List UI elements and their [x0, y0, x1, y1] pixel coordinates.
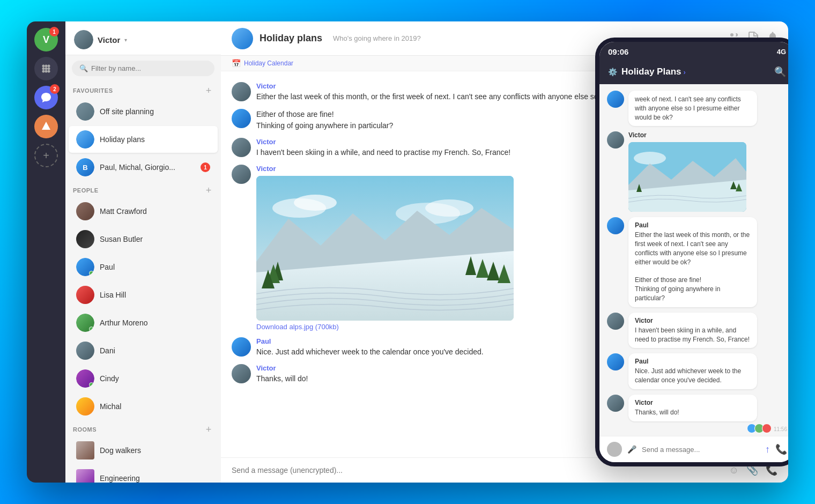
mobile-msg-text: I haven't been skiing in a while, and ne… — [635, 326, 751, 344]
sidebar-item-dogwalkers[interactable]: Dog walkers — [69, 437, 218, 464]
mobile-victor-avatar — [607, 131, 624, 149]
dogwalkers-avatar — [76, 441, 94, 459]
sidebar-item-matt[interactable]: Matt Crawford — [69, 198, 218, 225]
dani-name: Dani — [100, 346, 210, 355]
mobile-bubble: Victor Thanks, will do! — [628, 395, 757, 421]
svg-point-0 — [42, 65, 45, 68]
people-label: PEOPLE — [73, 187, 99, 194]
paul-group-badge: 1 — [201, 162, 210, 172]
mobile-messages: week of next. I can't see any conflicts … — [599, 84, 788, 436]
mobile-ski-image — [628, 142, 746, 212]
calendar-icon: 📅 — [232, 59, 241, 68]
sidebar-item-engineering[interactable]: Engineering — [69, 465, 218, 483]
add-room-button[interactable]: + — [204, 425, 213, 434]
mobile-victor-avatar3 — [607, 395, 624, 412]
michal-name: Michal — [100, 402, 210, 411]
mobile-mic-icon[interactable]: 🎤 — [627, 445, 636, 454]
grid-icon[interactable] — [34, 57, 58, 80]
mobile-message-input[interactable] — [642, 446, 760, 454]
mobile-message-row: Paul Either the last week of this month,… — [607, 217, 787, 307]
cindy-name: Cindy — [100, 374, 210, 383]
calendar-label: Holiday Calendar — [244, 60, 293, 67]
sidebar-item-cindy[interactable]: Cindy — [69, 365, 218, 392]
engineering-avatar — [76, 469, 94, 483]
paul-avatar — [76, 258, 94, 276]
svg-point-6 — [42, 70, 45, 73]
mobile-send-icon[interactable]: ↑ — [765, 444, 770, 455]
mobile-back-icon[interactable]: ⚙️ — [608, 68, 617, 76]
paul-group-avatar: B — [76, 158, 94, 176]
paul-avatar-msg2 — [232, 337, 251, 357]
sidebar-item-susan[interactable]: Susan Butler — [69, 226, 218, 253]
mobile-sender: Paul — [635, 221, 751, 229]
favourites-section-header: FAVOURITES + — [65, 81, 221, 98]
mobile-input-area: 🎤 ↑ 📞 — [599, 436, 788, 462]
arthur-name: Arthur Moreno — [100, 318, 210, 327]
paul-avatar-msg — [232, 109, 251, 128]
mobile-msg-text: week of next. I can't see any conflicts … — [635, 95, 751, 122]
sidebar-item-paul[interactable]: Paul — [69, 254, 218, 280]
susan-avatar — [76, 230, 94, 248]
chat-title: Holiday plans — [260, 33, 322, 44]
mobile-call-icon[interactable]: 📞 — [775, 443, 787, 455]
sidebar-item-holiday[interactable]: Holiday plans — [69, 126, 218, 153]
sidebar-item-lisa[interactable]: Lisa Hill — [69, 281, 218, 308]
cindy-avatar — [76, 369, 94, 388]
svg-point-14 — [425, 199, 473, 217]
sidebar-item-offsite[interactable]: Off site planning — [69, 98, 218, 125]
holiday-avatar — [76, 130, 94, 149]
rooms-section-header: ROOMS + — [65, 420, 221, 436]
sidebar-username[interactable]: Victor — [98, 35, 120, 45]
message-input[interactable] — [232, 466, 722, 475]
mobile-status-bar: 09:06 4G — [599, 42, 788, 62]
search-box[interactable]: 🔍 — [72, 61, 214, 76]
mobile-chat-title: Holiday Plans › — [621, 66, 686, 77]
sidebar-item-paul-group[interactable]: B Paul, Michal, Giorgio... 1 — [69, 154, 218, 181]
search-input[interactable] — [91, 64, 207, 72]
lisa-name: Lisa Hill — [100, 291, 210, 299]
chat-icon[interactable]: 2 — [34, 86, 58, 109]
victor-avatar-msg2 — [232, 138, 251, 157]
holiday-name: Holiday plans — [100, 135, 210, 144]
add-workspace-button[interactable]: + — [34, 144, 58, 167]
svg-point-8 — [48, 70, 50, 73]
mobile-sender: Victor — [628, 131, 746, 139]
victor-avatar-msg3 — [232, 165, 251, 184]
paul-name: Paul — [100, 263, 210, 271]
mobile-message-row: Victor — [607, 131, 787, 212]
svg-point-4 — [45, 68, 48, 70]
mobile-msg-text: Either the last week of this month, or t… — [635, 231, 751, 302]
sidebar-item-arthur[interactable]: Arthur Moreno — [69, 309, 218, 336]
arthur-avatar — [76, 314, 94, 332]
mobile-img-container: Victor — [628, 131, 746, 212]
mobile-bubble: Paul Nice. Just add whichever week to th… — [628, 353, 757, 389]
sidebar-item-michal[interactable]: Michal — [69, 393, 218, 420]
mobile-chat-header: ⚙️ Holiday Plans › 🔍 — [599, 62, 788, 84]
svg-point-7 — [45, 70, 48, 73]
add-favourite-button[interactable]: + — [204, 86, 213, 95]
mobile-msg-text: Nice. Just add whichever week to the cal… — [635, 367, 751, 385]
sidebar-item-dani[interactable]: Dani — [69, 337, 218, 364]
svg-point-1 — [45, 65, 48, 68]
susan-name: Susan Butler — [100, 235, 210, 243]
dani-avatar — [76, 342, 94, 360]
mobile-time: 09:06 — [608, 47, 628, 56]
dogwalkers-name: Dog walkers — [100, 446, 210, 455]
svg-point-5 — [48, 68, 50, 70]
mobile-bubble: week of next. I can't see any conflicts … — [628, 91, 757, 126]
sidebar-dark: V 1 2 — [27, 21, 65, 483]
user-avatar-main[interactable]: V 1 — [34, 28, 58, 51]
app-icon[interactable] — [34, 115, 58, 138]
add-person-button[interactable]: + — [204, 186, 213, 195]
victor-avatar — [232, 82, 251, 101]
mobile-search-icon[interactable]: 🔍 — [774, 66, 786, 78]
sidebar-list: Victor ▾ 🔍 FAVOURITES + Off site plannin… — [65, 21, 221, 483]
svg-point-12 — [294, 195, 337, 211]
ski-image — [256, 176, 514, 321]
mobile-message-row: week of next. I can't see any conflicts … — [607, 91, 787, 126]
svg-point-25 — [634, 152, 666, 165]
cindy-online-dot — [89, 382, 94, 387]
mobile-paul-avatar3 — [607, 353, 624, 370]
mobile-message-row: Paul Nice. Just add whichever week to th… — [607, 353, 787, 389]
mobile-sender: Victor — [635, 317, 751, 324]
